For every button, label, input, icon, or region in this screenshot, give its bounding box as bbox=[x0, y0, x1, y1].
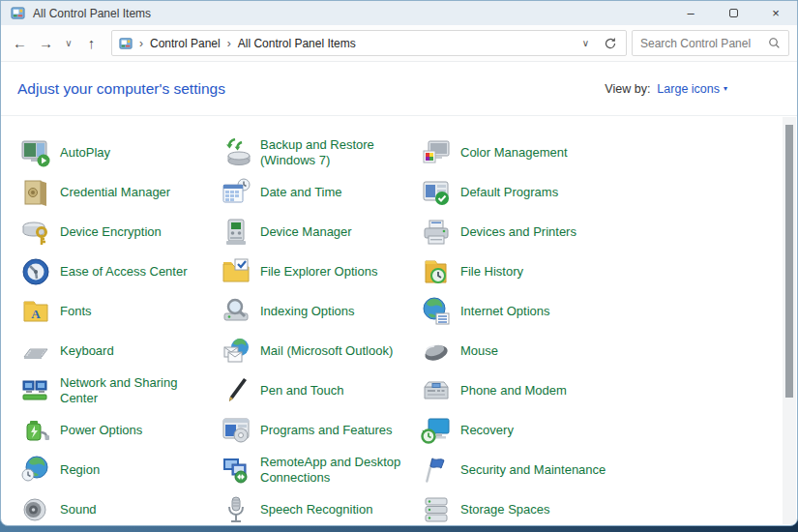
close-icon: × bbox=[772, 6, 780, 20]
breadcrumb-control-panel[interactable]: Control Panel bbox=[150, 37, 221, 50]
up-button[interactable]: ↑ bbox=[78, 30, 104, 56]
autoplay-icon bbox=[20, 137, 51, 168]
control-panel-item[interactable]: Power Options bbox=[20, 415, 221, 446]
control-panel-item[interactable]: Region bbox=[20, 455, 221, 486]
control-panel-item[interactable]: Speech Recognition bbox=[221, 494, 421, 525]
file-history-icon bbox=[421, 256, 452, 287]
programs-and-features-icon bbox=[221, 415, 251, 446]
control-panel-item[interactable]: Security and Maintenance bbox=[421, 455, 797, 486]
items-panel: AutoPlayBackup and Restore (Windows 7)Co… bbox=[1, 116, 797, 525]
phone-and-modem-icon bbox=[421, 375, 452, 406]
control-panel-item[interactable]: File History bbox=[421, 256, 797, 287]
control-panel-item[interactable]: AFonts bbox=[20, 296, 221, 327]
device-encryption-icon bbox=[20, 217, 51, 248]
remoteapp-icon bbox=[221, 455, 251, 486]
control-panel-item[interactable]: Internet Options bbox=[421, 296, 797, 327]
item-label: Color Management bbox=[460, 145, 568, 161]
item-label: Security and Maintenance bbox=[460, 462, 606, 478]
devices-and-printers-icon bbox=[421, 217, 452, 248]
control-panel-item[interactable]: Default Programs bbox=[421, 177, 797, 208]
control-panel-item[interactable]: Programs and Features bbox=[221, 415, 421, 446]
scrollbar-thumb[interactable] bbox=[785, 125, 793, 398]
refresh-icon bbox=[604, 37, 617, 50]
search-icon[interactable] bbox=[768, 37, 781, 49]
recovery-icon bbox=[421, 415, 452, 446]
control-panel-item[interactable]: Color Management bbox=[421, 137, 797, 168]
mouse-icon bbox=[421, 336, 452, 367]
control-panel-item[interactable]: Phone and Modem bbox=[421, 375, 797, 406]
control-panel-item[interactable]: Date and Time bbox=[221, 177, 421, 208]
internet-options-icon bbox=[421, 296, 452, 327]
control-panel-item[interactable]: Sound bbox=[20, 494, 221, 525]
items-grid: AutoPlayBackup and Restore (Windows 7)Co… bbox=[20, 133, 797, 526]
control-panel-item[interactable]: Mouse bbox=[421, 336, 797, 367]
item-label: Device Manager bbox=[260, 224, 352, 240]
control-panel-item[interactable]: Device Manager bbox=[221, 217, 421, 248]
control-panel-item[interactable]: Ease of Access Center bbox=[20, 256, 221, 287]
window-title: All Control Panel Items bbox=[33, 7, 151, 20]
item-label: Devices and Printers bbox=[460, 224, 576, 240]
chevron-down-icon: ∨ bbox=[65, 38, 72, 48]
refresh-button[interactable] bbox=[602, 37, 619, 50]
date-and-time-icon bbox=[221, 177, 251, 208]
control-panel-icon bbox=[11, 6, 25, 20]
control-panel-item[interactable]: Keyboard bbox=[20, 336, 221, 367]
view-by-control: View by: Large icons ▾ bbox=[605, 82, 727, 96]
up-icon: ↑ bbox=[88, 35, 96, 51]
control-panel-item[interactable]: Backup and Restore (Windows 7) bbox=[221, 137, 421, 168]
control-panel-item[interactable]: Pen and Touch bbox=[221, 375, 421, 406]
indexing-options-icon bbox=[221, 296, 251, 327]
caret-down-icon: ▾ bbox=[724, 84, 727, 93]
item-label: File History bbox=[460, 264, 523, 280]
control-panel-item[interactable]: File Explorer Options bbox=[221, 256, 421, 287]
window-controls: – × bbox=[669, 1, 797, 25]
control-panel-window: All Control Panel Items – × ← → ∨ ↑ › Co… bbox=[0, 0, 798, 526]
search-input[interactable] bbox=[640, 37, 764, 50]
view-by-label: View by: bbox=[605, 82, 650, 96]
region-icon bbox=[20, 455, 51, 486]
item-label: Region bbox=[60, 462, 100, 478]
vertical-scrollbar[interactable] bbox=[783, 117, 796, 524]
power-options-icon bbox=[20, 415, 51, 446]
navigation-toolbar: ← → ∨ ↑ › Control Panel › All Control Pa… bbox=[1, 25, 797, 62]
control-panel-item[interactable]: Storage Spaces bbox=[421, 494, 797, 525]
control-panel-item[interactable]: AutoPlay bbox=[20, 137, 221, 168]
page-header: Adjust your computer's settings View by:… bbox=[1, 62, 797, 116]
item-label: Speech Recognition bbox=[260, 502, 372, 517]
close-button[interactable]: × bbox=[754, 1, 797, 25]
page-title: Adjust your computer's settings bbox=[17, 80, 225, 98]
file-explorer-options-icon bbox=[221, 256, 251, 287]
control-panel-item[interactable]: Network and Sharing Center bbox=[20, 375, 221, 406]
control-panel-item[interactable]: Devices and Printers bbox=[421, 217, 797, 248]
control-panel-item[interactable]: Device Encryption bbox=[20, 217, 221, 248]
item-label: Mail (Microsoft Outlook) bbox=[260, 343, 393, 359]
control-panel-item[interactable]: Credential Manager bbox=[20, 177, 221, 208]
fonts-icon: A bbox=[20, 296, 51, 327]
titlebar: All Control Panel Items – × bbox=[1, 1, 797, 25]
address-dropdown-button[interactable]: ∨ bbox=[576, 38, 595, 48]
keyboard-icon bbox=[20, 336, 51, 367]
view-by-dropdown[interactable]: Large icons ▾ bbox=[657, 82, 727, 96]
control-panel-item[interactable]: Recovery bbox=[421, 415, 797, 446]
minimize-button[interactable]: – bbox=[669, 1, 712, 25]
item-label: Storage Spaces bbox=[460, 502, 550, 517]
control-panel-item[interactable]: Indexing Options bbox=[221, 296, 421, 327]
recent-locations-button[interactable]: ∨ bbox=[59, 30, 78, 56]
forward-button[interactable]: → bbox=[33, 30, 59, 56]
maximize-button[interactable] bbox=[712, 1, 754, 25]
address-bar[interactable]: › Control Panel › All Control Panel Item… bbox=[111, 30, 627, 56]
control-panel-item[interactable]: Mail (Microsoft Outlook) bbox=[221, 336, 421, 367]
item-label: Default Programs bbox=[460, 185, 558, 200]
breadcrumb-all-items[interactable]: All Control Panel Items bbox=[238, 37, 356, 50]
item-label: Recovery bbox=[460, 423, 514, 438]
storage-spaces-icon bbox=[421, 494, 452, 525]
back-button[interactable]: ← bbox=[7, 30, 33, 56]
item-label: Network and Sharing Center bbox=[60, 375, 215, 406]
search-box bbox=[632, 30, 789, 56]
breadcrumb-separator: › bbox=[227, 37, 231, 50]
item-label: RemoteApp and Desktop Connections bbox=[260, 455, 415, 486]
sound-icon bbox=[20, 494, 51, 525]
item-label: Fonts bbox=[60, 304, 92, 319]
device-manager-icon bbox=[221, 217, 251, 248]
control-panel-item[interactable]: RemoteApp and Desktop Connections bbox=[221, 455, 421, 486]
